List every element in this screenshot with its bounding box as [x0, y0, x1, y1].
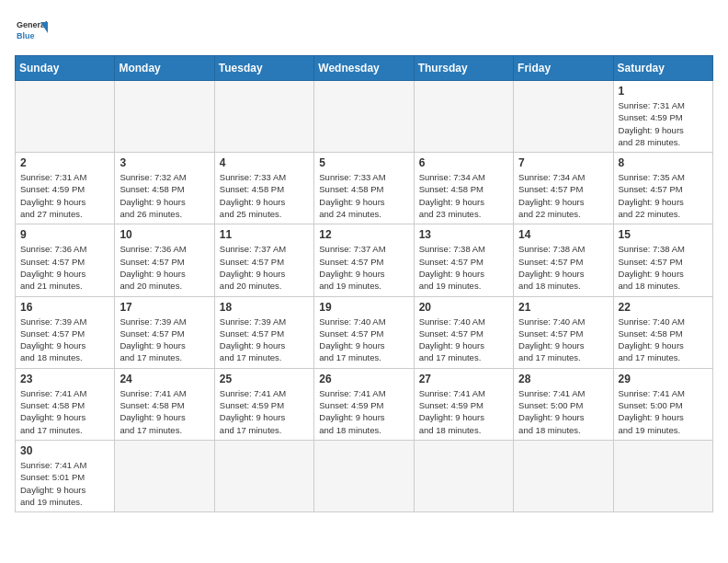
header-cell-saturday: Saturday — [613, 56, 712, 81]
day-info: Sunrise: 7:38 AM Sunset: 4:57 PM Dayligh… — [419, 243, 508, 292]
day-number: 15 — [619, 228, 708, 241]
day-number: 25 — [220, 373, 309, 385]
header: General Blue — [15, 15, 713, 48]
day-cell: 28Sunrise: 7:41 AM Sunset: 5:00 PM Dayli… — [514, 368, 613, 440]
day-cell: 11Sunrise: 7:37 AM Sunset: 4:57 PM Dayli… — [214, 224, 313, 296]
header-cell-sunday: Sunday — [16, 56, 115, 81]
day-cell: 21Sunrise: 7:40 AM Sunset: 4:57 PM Dayli… — [514, 296, 613, 368]
svg-text:Blue: Blue — [17, 31, 35, 40]
day-cell: 22Sunrise: 7:40 AM Sunset: 4:58 PM Dayli… — [613, 296, 712, 368]
day-cell: 20Sunrise: 7:40 AM Sunset: 4:57 PM Dayli… — [414, 296, 513, 368]
day-cell: 23Sunrise: 7:41 AM Sunset: 4:58 PM Dayli… — [16, 368, 115, 440]
day-cell: 10Sunrise: 7:36 AM Sunset: 4:57 PM Dayli… — [115, 224, 214, 296]
day-number: 11 — [220, 228, 309, 241]
day-cell: 16Sunrise: 7:39 AM Sunset: 4:57 PM Dayli… — [16, 296, 115, 368]
week-row-2: 9Sunrise: 7:36 AM Sunset: 4:57 PM Daylig… — [16, 224, 713, 296]
day-cell: 30Sunrise: 7:41 AM Sunset: 5:01 PM Dayli… — [16, 440, 115, 511]
day-info: Sunrise: 7:41 AM Sunset: 4:58 PM Dayligh… — [20, 387, 109, 436]
header-cell-thursday: Thursday — [414, 56, 513, 81]
day-number: 29 — [619, 373, 708, 385]
header-cell-wednesday: Wednesday — [314, 56, 414, 81]
day-cell: 14Sunrise: 7:38 AM Sunset: 4:57 PM Dayli… — [514, 224, 613, 296]
day-cell: 8Sunrise: 7:35 AM Sunset: 4:57 PM Daylig… — [613, 153, 712, 224]
day-info: Sunrise: 7:41 AM Sunset: 4:59 PM Dayligh… — [319, 387, 408, 436]
day-cell — [414, 81, 513, 153]
day-cell: 5Sunrise: 7:33 AM Sunset: 4:58 PM Daylig… — [314, 153, 414, 224]
day-info: Sunrise: 7:41 AM Sunset: 4:59 PM Dayligh… — [220, 387, 309, 436]
day-cell — [314, 440, 414, 511]
day-number: 12 — [319, 228, 408, 241]
day-cell: 18Sunrise: 7:39 AM Sunset: 4:57 PM Dayli… — [214, 296, 313, 368]
day-cell: 29Sunrise: 7:41 AM Sunset: 5:00 PM Dayli… — [613, 368, 712, 440]
day-info: Sunrise: 7:31 AM Sunset: 4:59 PM Dayligh… — [619, 99, 708, 148]
day-number: 6 — [419, 156, 508, 169]
day-cell — [514, 440, 613, 511]
day-info: Sunrise: 7:39 AM Sunset: 4:57 PM Dayligh… — [220, 316, 309, 364]
day-info: Sunrise: 7:31 AM Sunset: 4:59 PM Dayligh… — [20, 171, 109, 220]
day-info: Sunrise: 7:38 AM Sunset: 4:57 PM Dayligh… — [518, 243, 608, 292]
day-number: 24 — [119, 373, 209, 385]
day-info: Sunrise: 7:34 AM Sunset: 4:58 PM Dayligh… — [419, 171, 508, 220]
day-number: 1 — [619, 85, 708, 98]
header-cell-monday: Monday — [115, 56, 214, 81]
day-cell: 25Sunrise: 7:41 AM Sunset: 4:59 PM Dayli… — [214, 368, 313, 440]
day-info: Sunrise: 7:37 AM Sunset: 4:57 PM Dayligh… — [220, 243, 309, 292]
day-number: 22 — [619, 301, 708, 314]
day-cell: 3Sunrise: 7:32 AM Sunset: 4:58 PM Daylig… — [115, 153, 214, 224]
day-number: 10 — [119, 228, 209, 241]
day-number: 28 — [518, 373, 608, 385]
day-number: 8 — [619, 156, 708, 169]
day-cell — [115, 440, 214, 511]
day-number: 27 — [419, 373, 508, 385]
logo: General Blue — [15, 15, 48, 48]
day-cell: 15Sunrise: 7:38 AM Sunset: 4:57 PM Dayli… — [613, 224, 712, 296]
day-cell: 24Sunrise: 7:41 AM Sunset: 4:58 PM Dayli… — [115, 368, 214, 440]
day-info: Sunrise: 7:41 AM Sunset: 5:00 PM Dayligh… — [619, 387, 708, 436]
day-info: Sunrise: 7:40 AM Sunset: 4:57 PM Dayligh… — [319, 316, 408, 364]
day-cell — [16, 81, 115, 153]
day-info: Sunrise: 7:34 AM Sunset: 4:57 PM Dayligh… — [518, 171, 608, 220]
week-row-5: 30Sunrise: 7:41 AM Sunset: 5:01 PM Dayli… — [16, 440, 713, 511]
day-number: 7 — [518, 156, 608, 169]
day-cell: 4Sunrise: 7:33 AM Sunset: 4:58 PM Daylig… — [214, 153, 313, 224]
day-cell: 26Sunrise: 7:41 AM Sunset: 4:59 PM Dayli… — [314, 368, 414, 440]
day-cell: 7Sunrise: 7:34 AM Sunset: 4:57 PM Daylig… — [514, 153, 613, 224]
day-cell: 2Sunrise: 7:31 AM Sunset: 4:59 PM Daylig… — [16, 153, 115, 224]
day-number: 3 — [119, 156, 209, 169]
week-row-1: 2Sunrise: 7:31 AM Sunset: 4:59 PM Daylig… — [16, 153, 713, 224]
day-cell: 6Sunrise: 7:34 AM Sunset: 4:58 PM Daylig… — [414, 153, 513, 224]
week-row-0: 1Sunrise: 7:31 AM Sunset: 4:59 PM Daylig… — [16, 81, 713, 153]
day-info: Sunrise: 7:40 AM Sunset: 4:58 PM Dayligh… — [619, 316, 708, 364]
logo-icon: General Blue — [15, 15, 48, 48]
day-cell: 19Sunrise: 7:40 AM Sunset: 4:57 PM Dayli… — [314, 296, 414, 368]
day-info: Sunrise: 7:37 AM Sunset: 4:57 PM Dayligh… — [319, 243, 408, 292]
day-number: 21 — [518, 301, 608, 314]
day-number: 16 — [20, 301, 109, 314]
header-cell-friday: Friday — [514, 56, 613, 81]
day-info: Sunrise: 7:39 AM Sunset: 4:57 PM Dayligh… — [119, 316, 209, 364]
day-cell — [613, 440, 712, 511]
day-cell: 9Sunrise: 7:36 AM Sunset: 4:57 PM Daylig… — [16, 224, 115, 296]
day-number: 9 — [20, 228, 109, 241]
day-info: Sunrise: 7:35 AM Sunset: 4:57 PM Dayligh… — [619, 171, 708, 220]
day-info: Sunrise: 7:41 AM Sunset: 4:59 PM Dayligh… — [419, 387, 508, 436]
day-cell: 17Sunrise: 7:39 AM Sunset: 4:57 PM Dayli… — [115, 296, 214, 368]
day-number: 4 — [220, 156, 309, 169]
day-number: 18 — [220, 301, 309, 314]
day-cell — [115, 81, 214, 153]
day-info: Sunrise: 7:40 AM Sunset: 4:57 PM Dayligh… — [419, 316, 508, 364]
day-number: 20 — [419, 301, 508, 314]
day-cell — [214, 440, 313, 511]
day-info: Sunrise: 7:32 AM Sunset: 4:58 PM Dayligh… — [119, 171, 209, 220]
header-cell-tuesday: Tuesday — [214, 56, 313, 81]
day-cell: 13Sunrise: 7:38 AM Sunset: 4:57 PM Dayli… — [414, 224, 513, 296]
calendar-table: SundayMondayTuesdayWednesdayThursdayFrid… — [15, 55, 713, 512]
day-info: Sunrise: 7:39 AM Sunset: 4:57 PM Dayligh… — [20, 316, 109, 364]
day-cell: 1Sunrise: 7:31 AM Sunset: 4:59 PM Daylig… — [613, 81, 712, 153]
day-info: Sunrise: 7:41 AM Sunset: 5:00 PM Dayligh… — [518, 387, 608, 436]
day-cell: 12Sunrise: 7:37 AM Sunset: 4:57 PM Dayli… — [314, 224, 414, 296]
day-number: 26 — [319, 373, 408, 385]
day-cell: 27Sunrise: 7:41 AM Sunset: 4:59 PM Dayli… — [414, 368, 513, 440]
day-cell — [514, 81, 613, 153]
week-row-3: 16Sunrise: 7:39 AM Sunset: 4:57 PM Dayli… — [16, 296, 713, 368]
